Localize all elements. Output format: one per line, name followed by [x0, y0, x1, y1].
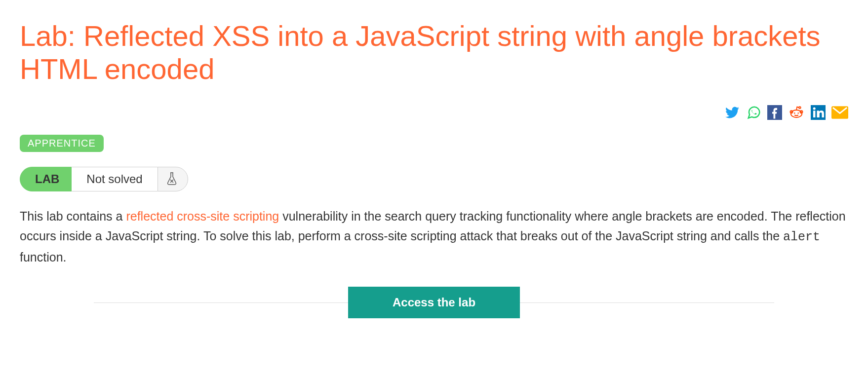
whatsapp-icon[interactable]	[747, 105, 761, 120]
twitter-icon[interactable]	[724, 106, 741, 119]
difficulty-badge: APPRENTICE	[20, 135, 104, 152]
reddit-icon[interactable]	[788, 105, 805, 120]
svg-point-4	[794, 113, 795, 114]
linkedin-icon[interactable]	[811, 105, 826, 120]
lab-status-text: Not solved	[72, 167, 157, 191]
xss-link[interactable]: reflected cross-site scripting	[126, 209, 279, 223]
code-alert: alert	[783, 230, 820, 244]
page-title: Lab: Reflected XSS into a JavaScript str…	[20, 20, 848, 85]
svg-point-6	[799, 107, 801, 109]
svg-point-9	[813, 108, 816, 110]
lab-description: This lab contains a reflected cross-site…	[20, 206, 848, 267]
svg-point-5	[798, 113, 799, 114]
lab-status-label: LAB	[20, 167, 72, 191]
share-bar	[20, 105, 848, 120]
facebook-icon[interactable]	[767, 105, 782, 120]
svg-rect-8	[813, 111, 815, 118]
lab-status: LAB Not solved	[20, 167, 848, 191]
description-text-3: function.	[20, 250, 67, 264]
email-icon[interactable]	[831, 106, 848, 119]
access-lab-button[interactable]: Access the lab	[348, 287, 520, 318]
flask-icon	[158, 167, 188, 191]
description-text-1: This lab contains a	[20, 209, 126, 223]
